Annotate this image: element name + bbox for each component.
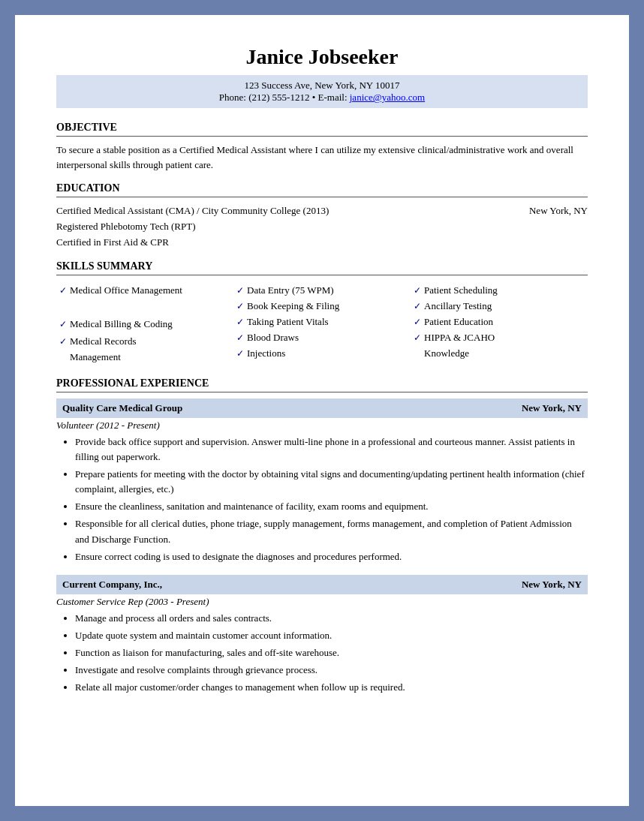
skill-item: ✓ Data Entry (75 WPM) (236, 283, 408, 299)
skill-label: Patient Education (424, 314, 493, 330)
skills-col-2: ✓ Data Entry (75 WPM) ✓ Book Keeping & F… (233, 281, 411, 366)
skill-label: Medical Office Management (70, 283, 182, 299)
education-divider (56, 197, 588, 197)
education-entries: Certified Medical Assistant (CMA) / City… (56, 203, 588, 250)
edu-line-2-left: Certified in First Aid & CPR (56, 236, 169, 248)
skills-divider (56, 275, 588, 275)
skill-item: ✓ HIPPA & JCAHO (414, 330, 585, 346)
check-icon: ✓ (236, 284, 244, 298)
skill-item: ✓ Patient Education (414, 314, 585, 330)
experience-title: PROFESSIONAL EXPERIENCE (56, 377, 588, 389)
bullet-item: Prepare patients for meeting with the do… (75, 467, 588, 497)
job-location-0: New York, NY (522, 402, 582, 414)
bullet-item: Responsible for all clerical duties, pho… (75, 516, 588, 546)
job-company-0: Quality Care Medical Group (62, 402, 182, 414)
check-icon: ✓ (414, 299, 421, 314)
edu-line-0-right: New York, NY (529, 203, 588, 219)
skill-label: Ancillary Testing (424, 299, 492, 314)
bullet-separator: • (312, 92, 318, 103)
check-icon: ✓ (414, 315, 421, 329)
skill-label: HIPPA & JCAHO (424, 330, 495, 346)
check-icon: ✓ (236, 347, 244, 361)
skill-item: ✓ Medical Records (59, 334, 230, 350)
check-icon: ✓ (236, 315, 244, 329)
skill-label: Knowledge (424, 346, 469, 362)
bullet-item: Relate all major customer/order changes … (75, 680, 588, 695)
check-icon: ✓ (59, 284, 67, 298)
job-location-1: New York, NY (522, 579, 582, 591)
job-bullets-1: Manage and process all orders and sales … (56, 611, 588, 696)
job-header-0: Quality Care Medical Group New York, NY (56, 398, 588, 418)
skill-label: Blood Draws (247, 330, 299, 346)
skill-label: Taking Patient Vitals (247, 314, 329, 330)
check-icon: ✓ (236, 299, 244, 314)
phone: Phone: (212) 555-1212 (219, 92, 310, 103)
skill-item: ✓ Taking Patient Vitals (236, 314, 408, 330)
bullet-item: Update quote system and maintain custome… (75, 628, 588, 643)
skills-title: SKILLS SUMMARY (56, 260, 588, 272)
skills-row: ✓ Medical Office Management ✓ ✓ Medical … (56, 281, 588, 366)
skills-col-1: ✓ Medical Office Management ✓ ✓ Medical … (56, 281, 233, 366)
skill-label: Medical Billing & Coding (70, 317, 173, 332)
job-block-0: Quality Care Medical Group New York, NY … (56, 398, 588, 564)
skills-col-3: ✓ Patient Scheduling ✓ Ancillary Testing… (411, 281, 588, 366)
check-icon: ✓ (59, 335, 67, 349)
edu-line-1-left: Registered Phlebotomy Tech (RPT) (56, 221, 196, 232)
bullet-item: Manage and process all orders and sales … (75, 611, 588, 626)
education-title: EDUCATION (56, 182, 588, 194)
edu-line-0-left: Certified Medical Assistant (CMA) / City… (56, 203, 329, 219)
bullet-item: Function as liaison for manufacturing, s… (75, 645, 588, 660)
bullet-item: Provide back office support and supervis… (75, 435, 588, 465)
phone-email-line: Phone: (212) 555-1212 • E-mail: janice@y… (64, 92, 580, 104)
skill-item: ✓ Patient Scheduling (414, 283, 585, 299)
experience-divider (56, 392, 588, 392)
skill-item: ✓ Ancillary Testing (414, 299, 585, 314)
skill-label: Management (70, 350, 121, 365)
skill-item: ✓ Medical Office Management (59, 283, 230, 299)
skill-label: Patient Scheduling (424, 283, 498, 299)
edu-row-0: Certified Medical Assistant (CMA) / City… (56, 203, 588, 219)
email-link[interactable]: janice@yahoo.com (350, 92, 425, 103)
check-icon: ✓ (59, 317, 67, 332)
skill-item: ✓ Injections (236, 346, 408, 362)
job-company-1: Current Company, Inc., (62, 579, 162, 591)
job-block-1: Current Company, Inc., New York, NY Cust… (56, 575, 588, 696)
job-bullets-0: Provide back office support and supervis… (56, 435, 588, 564)
skill-item: ✓ Management (59, 350, 230, 365)
skill-item: ✓ Medical Billing & Coding (59, 317, 230, 332)
skill-label: Injections (247, 346, 285, 362)
edu-row-2: Certified in First Aid & CPR (56, 235, 588, 251)
address-line: 123 Success Ave, New York, NY 10017 (64, 80, 580, 92)
bullet-item: Investigate and resolve complaints throu… (75, 663, 588, 678)
skill-item: ✓ Book Keeping & Filing (236, 299, 408, 314)
bullet-item: Ensure correct coding is used to designa… (75, 549, 588, 564)
check-icon: ✓ (414, 331, 421, 345)
check-icon: ✓ (236, 331, 244, 345)
objective-title: OBJECTIVE (56, 122, 588, 134)
resume-name: Janice Jobseeker (56, 45, 588, 69)
objective-divider (56, 136, 588, 137)
check-icon: ✓ (414, 284, 421, 298)
skill-item: ✓ Blood Draws (236, 330, 408, 346)
objective-text: To secure a stable position as a Certifi… (56, 143, 588, 172)
job-header-1: Current Company, Inc., New York, NY (56, 575, 588, 594)
contact-block: 123 Success Ave, New York, NY 10017 Phon… (56, 75, 588, 108)
resume-page: Janice Jobseeker 123 Success Ave, New Yo… (15, 15, 629, 806)
skill-label: Data Entry (75 WPM) (247, 283, 334, 299)
job-role-0: Volunteer (2012 - Present) (56, 420, 588, 432)
edu-row-1: Registered Phlebotomy Tech (RPT) (56, 219, 588, 235)
bullet-item: Ensure the cleanliness, sanitation and m… (75, 499, 588, 514)
skill-item: ✓ (59, 300, 230, 315)
skill-item: ✓ Knowledge (414, 346, 585, 362)
job-role-1: Customer Service Rep (2003 - Present) (56, 596, 588, 608)
skill-label: Medical Records (70, 334, 136, 350)
email-label: E-mail: (318, 92, 350, 103)
skill-label: Book Keeping & Filing (247, 299, 339, 314)
skills-table: ✓ Medical Office Management ✓ ✓ Medical … (56, 281, 588, 366)
